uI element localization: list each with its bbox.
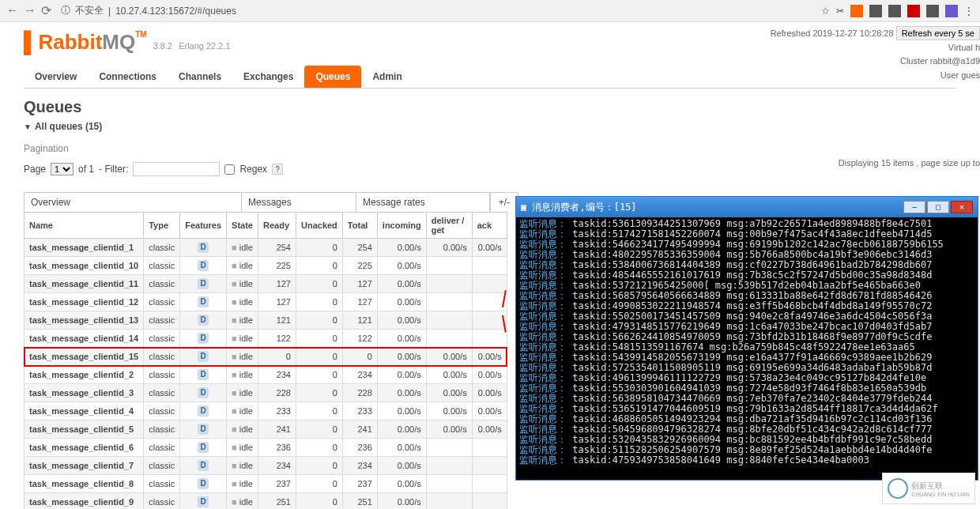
url-bar[interactable]: ⓘ 不安全 | 10.27.4.123:15672/#/queues [61, 4, 236, 17]
regex-checkbox[interactable] [224, 164, 235, 175]
user-name: gues [961, 70, 980, 80]
tab-overview[interactable]: Overview [24, 66, 88, 88]
queue-incoming: 0.00/s [377, 439, 426, 457]
refresh-interval-button[interactable]: Refresh every 5 se [896, 26, 980, 40]
queue-name[interactable]: task_message_clientid_3 [24, 384, 144, 402]
queue-name[interactable]: task_message_clientid_4 [24, 402, 144, 420]
queue-name[interactable]: task_message_clientid_1 [24, 239, 144, 257]
queue-unacked: 0 [296, 457, 342, 475]
queue-name[interactable]: task_message_clientid_7 [24, 457, 144, 475]
table-row[interactable]: task_message_clientid_8classicD■ idle237… [24, 475, 507, 493]
queue-name[interactable]: task_message_clientid_15 [24, 348, 144, 366]
col-features[interactable]: Features [180, 213, 227, 239]
queue-name[interactable]: task_message_clientid_5 [24, 420, 144, 439]
queue-name[interactable]: task_message_clientid_12 [24, 293, 144, 311]
menu-icon[interactable]: ⋮ [964, 6, 974, 17]
table-row[interactable]: task_message_clientid_12classicD■ idle12… [24, 293, 507, 311]
regex-help-icon[interactable]: ? [272, 164, 283, 175]
queue-name[interactable]: task_message_clientid_6 [24, 439, 144, 457]
ext-icon[interactable] [926, 5, 939, 17]
maximize-button[interactable]: □ [927, 201, 949, 213]
group-rates: Message rates [356, 192, 490, 212]
queue-name[interactable]: task_message_clientid_13 [24, 311, 144, 330]
page-select[interactable]: 1 [51, 163, 74, 175]
queue-ack: 0.00/s [472, 402, 507, 420]
queue-name[interactable]: task_message_clientid_8 [24, 475, 144, 493]
group-messages: Messages [241, 192, 356, 212]
queue-ready: 127 [258, 275, 296, 293]
queue-ready: 236 [258, 439, 296, 457]
queue-state: ■ idle [227, 366, 258, 384]
queue-name[interactable]: task_message_clientid_9 [24, 493, 144, 510]
filter-input[interactable] [133, 162, 220, 176]
tab-channels[interactable]: Channels [168, 66, 232, 88]
queue-total: 234 [342, 366, 377, 384]
queue-ack [472, 439, 507, 457]
queue-features: D [180, 366, 227, 384]
col-total[interactable]: Total [342, 213, 377, 239]
ext-icon[interactable] [888, 5, 901, 17]
queue-incoming: 0.00/s [377, 475, 426, 493]
col-type[interactable]: Type [144, 213, 180, 239]
queue-incoming: 0.00/s [377, 348, 426, 366]
queue-name[interactable]: task_message_clientid_2 [24, 366, 144, 384]
col-deliver-get[interactable]: deliver / get [426, 213, 472, 239]
tab-exchanges[interactable]: Exchanges [232, 66, 304, 88]
info-icon: ⓘ [61, 4, 70, 17]
close-button[interactable]: ✕ [951, 201, 973, 213]
tab-queues[interactable]: Queues [304, 66, 361, 88]
table-row[interactable]: task_message_clientid_7classicD■ idle234… [24, 457, 507, 475]
console-titlebar[interactable]: ▣ 消息消费者,编号：[15] — □ ✕ [516, 197, 978, 217]
queue-name[interactable]: task_message_clientid_14 [24, 330, 144, 348]
table-row[interactable]: task_message_clientid_1classicD■ idle254… [24, 239, 507, 257]
all-queues-label[interactable]: All queues (15) [35, 121, 102, 132]
table-row[interactable]: task_message_clientid_14classicD■ idle12… [24, 330, 507, 348]
tab-connections[interactable]: Connections [88, 66, 168, 88]
queue-unacked: 0 [296, 293, 342, 311]
col-name[interactable]: Name [24, 213, 144, 239]
queue-ready: 225 [258, 257, 296, 275]
table-row[interactable]: task_message_clientid_6classicD■ idle236… [24, 439, 507, 457]
queue-type: classic [144, 457, 180, 475]
table-row[interactable]: task_message_clientid_13classicD■ idle12… [24, 311, 507, 330]
console-body[interactable]: 监听消息： taskid:5361309344251307969 msg:a7b… [516, 217, 978, 480]
queue-name[interactable]: task_message_clientid_10 [24, 257, 144, 275]
columns-toggle[interactable]: +/- [490, 192, 518, 212]
queue-type: classic [144, 257, 180, 275]
table-row[interactable]: task_message_clientid_15classicD■ idle00… [24, 348, 507, 366]
queue-state: ■ idle [227, 420, 258, 439]
ext-icon[interactable] [907, 5, 920, 17]
col-ack[interactable]: ack [472, 213, 507, 239]
top-right-info: Refreshed 2019-12-27 10:28:28 Refresh ev… [771, 26, 980, 82]
table-row[interactable]: task_message_clientid_4classicD■ idle233… [24, 402, 507, 420]
back-icon[interactable]: ← [6, 3, 19, 18]
table-row[interactable]: task_message_clientid_5classicD■ idle241… [24, 420, 507, 439]
table-row[interactable]: task_message_clientid_9classicD■ idle251… [24, 493, 507, 510]
star-icon[interactable]: ☆ [821, 6, 830, 17]
screenshot-icon[interactable]: ✂ [836, 6, 844, 17]
pager-row: Page 1 of 1 - Filter: Regex ? [24, 162, 956, 176]
col-state[interactable]: State [227, 213, 258, 239]
table-row[interactable]: task_message_clientid_2classicD■ idle234… [24, 366, 507, 384]
queue-total: 228 [342, 384, 377, 402]
col-ready[interactable]: Ready [258, 213, 296, 239]
chevron-down-icon[interactable]: ▼ [24, 123, 32, 131]
ext-icon[interactable] [869, 5, 882, 17]
queue-name[interactable]: task_message_clientid_11 [24, 275, 144, 293]
minimize-button[interactable]: — [903, 201, 925, 213]
col-unacked[interactable]: Unacked [296, 213, 342, 239]
virtual-host: Virtual h [771, 41, 980, 55]
queue-features: D [180, 348, 227, 366]
queue-total: 127 [342, 275, 377, 293]
ext-icon[interactable] [945, 5, 958, 17]
reload-icon[interactable]: ⟳ [41, 3, 51, 18]
queue-ack [472, 293, 507, 311]
table-row[interactable]: task_message_clientid_11classicD■ idle12… [24, 275, 507, 293]
table-row[interactable]: task_message_clientid_10classicD■ idle22… [24, 257, 507, 275]
queue-deliver-get: 0.00/s [426, 348, 472, 366]
col-incoming[interactable]: incoming [377, 213, 426, 239]
tab-admin[interactable]: Admin [361, 66, 413, 88]
table-row[interactable]: task_message_clientid_3classicD■ idle228… [24, 384, 507, 402]
ext-icon[interactable] [850, 5, 863, 17]
forward-icon[interactable]: → [24, 3, 36, 18]
